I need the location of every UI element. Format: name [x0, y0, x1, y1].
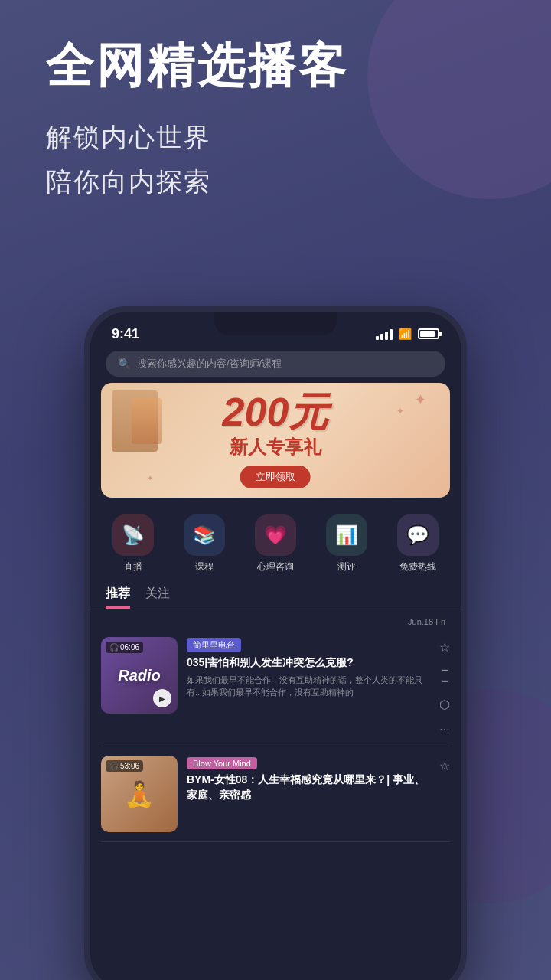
content-actions-1: ☆ ━━ ⬡ ··· — [439, 637, 450, 737]
content-list: 🎧 06:06 Radio ▶ 简里里电台 035|害怕和别人发生冲突怎么克服?… — [90, 628, 461, 842]
battery-icon — [418, 328, 439, 339]
list-item: 🎧 53:06 🧘 Blow Your Mind BYM-女性08：人生幸福感究… — [101, 746, 450, 842]
content-thumbnail-2[interactable]: 🎧 53:06 🧘 — [101, 756, 178, 832]
status-icons: 📶 — [376, 328, 439, 340]
content-body-2: Blow Your Mind BYM-女性08：人生幸福感究竟从哪里来？| 事业… — [187, 756, 430, 805]
category-item-live[interactable]: 📡 直播 — [112, 514, 154, 573]
content-tag-1: 简里里电台 — [187, 638, 241, 652]
play-button-1[interactable]: ▶ — [153, 689, 171, 707]
category-icon-consult: 💗 — [255, 514, 296, 556]
banner-star-2: ✦ — [396, 406, 404, 416]
tab-recommend[interactable]: 推荐 — [106, 586, 130, 609]
search-placeholder: 搜索你感兴趣的内容/咨询师/课程 — [137, 357, 282, 371]
list-item: 🎧 06:06 Radio ▶ 简里里电台 035|害怕和别人发生冲突怎么克服?… — [101, 628, 450, 746]
category-icon-hotline: 💬 — [397, 514, 439, 556]
content-tabs: 推荐 关注 — [90, 578, 461, 612]
category-grid: 📡 直播 📚 课程 💗 心理咨询 📊 测评 — [90, 504, 461, 578]
category-icon-live: 📡 — [112, 514, 154, 556]
content-tag-2: Blow Your Mind — [187, 757, 257, 769]
banner-star-3: ✦ — [147, 474, 153, 482]
category-item-consult[interactable]: 💗 心理咨询 — [255, 514, 296, 573]
wifi-icon: 📶 — [399, 328, 412, 340]
status-time: 9:41 — [112, 326, 139, 342]
share-icon-1[interactable]: ⬡ — [439, 697, 450, 712]
category-icon-course: 📚 — [184, 514, 225, 556]
category-item-course[interactable]: 📚 课程 — [184, 514, 225, 573]
banner-amount: 200元 — [223, 392, 329, 432]
category-label-eval: 测评 — [337, 560, 356, 573]
category-label-course: 课程 — [195, 560, 214, 573]
tab-following[interactable]: 关注 — [145, 586, 170, 609]
phone-inner: 9:41 📶 🔍 搜索你感兴趣的内容/咨询师/课程 — [90, 312, 461, 980]
date-label: Jun.18 Fri — [90, 612, 461, 628]
signal-icon — [376, 328, 393, 340]
category-item-hotline[interactable]: 💬 免费热线 — [397, 514, 439, 573]
category-label-consult: 心理咨询 — [257, 560, 294, 573]
subtitle-line2: 陪你向内探索 — [46, 160, 349, 204]
page-title: 全网精选播客 — [46, 38, 349, 93]
banner-deco-2 — [132, 398, 162, 444]
category-icon-eval: 📊 — [326, 514, 367, 556]
banner-star-1: ✦ — [414, 390, 427, 409]
content-title-2: BYM-女性08：人生幸福感究竟从哪里来？| 事业、家庭、亲密感 — [187, 773, 430, 802]
phone-notch — [214, 312, 337, 335]
header-section: 全网精选播客 解锁内心世界 陪你向内探索 — [46, 38, 349, 204]
content-body-1: 简里里电台 035|害怕和别人发生冲突怎么克服? 如果我们最早不能合作，没有互助… — [187, 637, 430, 699]
thumbnail-text-1: Radio — [118, 667, 161, 684]
content-actions-2: ☆ — [439, 756, 450, 773]
banner-cta-button[interactable]: 立即领取 — [240, 466, 311, 488]
content-title-1: 035|害怕和别人发生冲突怎么克服? — [187, 655, 430, 671]
dots-icon-1[interactable]: ··· — [439, 723, 449, 737]
page-subtitle: 解锁内心世界 陪你向内探索 — [46, 116, 349, 204]
more-icon-1[interactable]: ━━ — [442, 665, 448, 687]
subtitle-line1: 解锁内心世界 — [46, 116, 349, 160]
bookmark-icon-2[interactable]: ☆ — [439, 759, 450, 773]
banner-subtitle: 新人专享礼 — [223, 435, 329, 459]
thumbnail-figure-2: 🧘 — [124, 779, 155, 808]
category-label-live: 直播 — [124, 560, 142, 573]
duration-badge-2: 🎧 53:06 — [106, 760, 143, 772]
banner-content: 200元 新人专享礼 立即领取 — [223, 392, 329, 488]
content-thumbnail-1[interactable]: 🎧 06:06 Radio ▶ — [101, 637, 178, 714]
search-bar[interactable]: 🔍 搜索你感兴趣的内容/咨询师/课程 — [106, 351, 445, 377]
category-label-hotline: 免费热线 — [399, 560, 436, 573]
phone-mockup: 9:41 📶 🔍 搜索你感兴趣的内容/咨询师/课程 — [84, 306, 467, 980]
bookmark-icon-1[interactable]: ☆ — [439, 640, 450, 655]
search-icon: 🔍 — [118, 358, 131, 370]
duration-badge-1: 🎧 06:06 — [106, 642, 143, 653]
category-item-eval[interactable]: 📊 测评 — [326, 514, 367, 573]
content-desc-1: 如果我们最早不能合作，没有互助精神的话，整个人类的不能只有...如果我们最早不能… — [187, 674, 430, 699]
promo-banner[interactable]: 200元 新人专享礼 立即领取 ✦ ✦ ✦ — [101, 383, 450, 498]
